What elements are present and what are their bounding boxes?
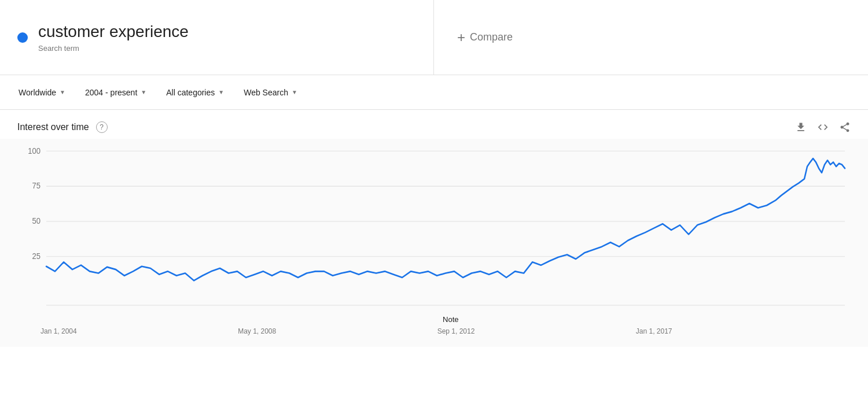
compare-label: Compare xyxy=(470,31,513,43)
chart-title-group: Interest over time ? xyxy=(17,121,108,133)
share-icon xyxy=(839,121,851,133)
region-filter[interactable]: Worldwide ▼ xyxy=(12,83,72,102)
header-section: customer experience Search term + Compar… xyxy=(0,0,868,75)
svg-text:25: 25 xyxy=(32,252,41,261)
chart-container: 100 75 50 25 Note Jan 1, 2004 May 1, 200… xyxy=(0,139,868,347)
search-term-text: customer experience Search term xyxy=(38,22,189,53)
svg-text:100: 100 xyxy=(28,146,41,155)
category-label: All categories xyxy=(166,88,215,97)
search-term-panel: customer experience Search term xyxy=(0,0,434,75)
search-type-label: Web Search xyxy=(244,88,288,97)
filters-section: Worldwide ▼ 2004 - present ▼ All categor… xyxy=(0,75,868,110)
x-label-spacer xyxy=(833,327,851,335)
share-button[interactable] xyxy=(839,121,851,133)
help-icon[interactable]: ? xyxy=(96,121,108,133)
embed-button[interactable] xyxy=(817,121,829,133)
search-term-dot xyxy=(17,32,28,43)
x-axis-labels: Jan 1, 2004 May 1, 2008 Sep 1, 2012 Jan … xyxy=(17,324,851,335)
trend-line xyxy=(46,158,845,280)
x-label-2: May 1, 2008 xyxy=(238,327,276,335)
search-term-title: customer experience xyxy=(38,22,189,42)
time-range-chevron-icon: ▼ xyxy=(141,89,146,95)
svg-text:50: 50 xyxy=(32,217,41,225)
search-type-chevron-icon: ▼ xyxy=(292,89,297,95)
search-type-filter[interactable]: Web Search ▼ xyxy=(237,83,304,102)
trend-chart: 100 75 50 25 xyxy=(17,139,851,324)
download-icon xyxy=(795,121,807,133)
compare-plus-icon: + xyxy=(457,29,465,46)
chart-section: Interest over time ? xyxy=(0,110,868,347)
help-icon-label: ? xyxy=(100,123,104,131)
chart-header: Interest over time ? xyxy=(0,110,868,139)
x-label-4: Jan 1, 2017 xyxy=(636,327,672,335)
chart-title: Interest over time xyxy=(17,122,89,132)
region-chevron-icon: ▼ xyxy=(60,89,65,95)
chart-wrapper: 100 75 50 25 Note xyxy=(17,139,851,324)
region-label: Worldwide xyxy=(19,88,56,97)
compare-panel: + Compare xyxy=(434,0,868,75)
search-term-subtitle: Search term xyxy=(38,44,189,53)
x-label-3: Sep 1, 2012 xyxy=(437,327,475,335)
category-filter[interactable]: All categories ▼ xyxy=(159,83,231,102)
chart-actions xyxy=(795,121,851,133)
time-range-filter[interactable]: 2004 - present ▼ xyxy=(78,83,153,102)
svg-text:75: 75 xyxy=(32,182,41,190)
download-button[interactable] xyxy=(795,121,807,133)
category-chevron-icon: ▼ xyxy=(218,89,224,95)
time-range-label: 2004 - present xyxy=(85,88,137,97)
embed-icon xyxy=(817,121,829,133)
compare-button[interactable]: + Compare xyxy=(457,29,513,46)
note-label: Note xyxy=(443,315,458,324)
x-label-1: Jan 1, 2004 xyxy=(41,327,77,335)
